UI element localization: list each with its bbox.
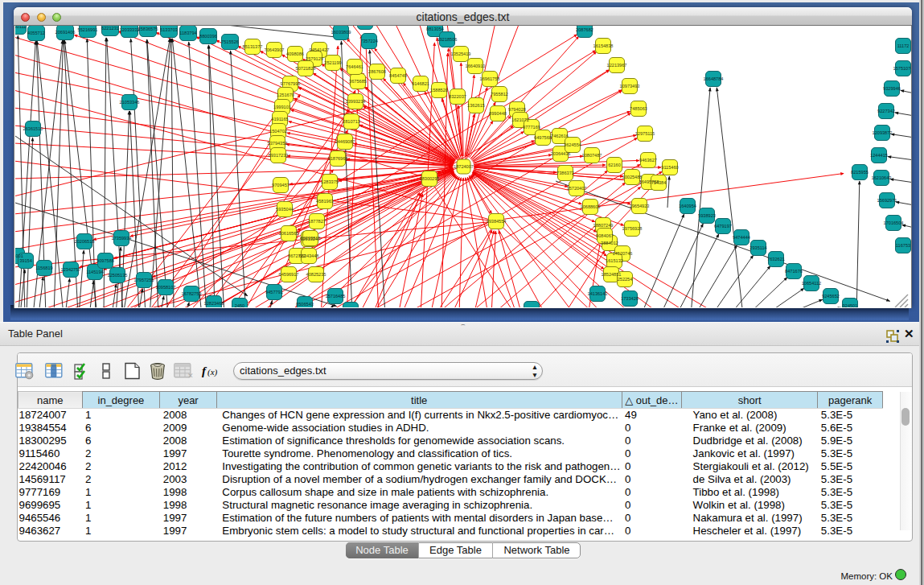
svg-text:55216991: 55216991 bbox=[78, 27, 98, 32]
svg-text:16154838: 16154838 bbox=[593, 43, 614, 48]
svg-text:3624554: 3624554 bbox=[564, 142, 581, 147]
svg-text:15720407: 15720407 bbox=[567, 186, 587, 191]
svg-text:924501: 924501 bbox=[843, 303, 858, 307]
svg-text:17359934: 17359934 bbox=[112, 236, 132, 241]
svg-text:8322037: 8322037 bbox=[449, 94, 466, 99]
svg-text:9245652: 9245652 bbox=[822, 294, 840, 299]
svg-text:12213967: 12213967 bbox=[607, 63, 627, 68]
svg-text:1877827: 1877827 bbox=[308, 219, 326, 224]
svg-text:4330111: 4330111 bbox=[15, 26, 26, 29]
svg-text:94541427: 94541427 bbox=[310, 47, 330, 52]
svg-text:16782759: 16782759 bbox=[182, 291, 202, 296]
svg-text:13525419: 13525419 bbox=[451, 51, 471, 56]
svg-text:19654923: 19654923 bbox=[630, 204, 650, 208]
svg-text:3884012: 3884012 bbox=[601, 241, 618, 245]
svg-text:15716485: 15716485 bbox=[326, 294, 346, 299]
svg-text:9794028: 9794028 bbox=[508, 107, 526, 112]
svg-text:10654112: 10654112 bbox=[802, 281, 821, 286]
svg-text:6497568: 6497568 bbox=[534, 135, 552, 140]
svg-text:13993234: 13993234 bbox=[346, 99, 366, 104]
svg-text:15692971: 15692971 bbox=[877, 198, 897, 203]
svg-text:64596917: 64596917 bbox=[279, 272, 299, 277]
svg-text:6479197: 6479197 bbox=[714, 224, 732, 229]
svg-text:16210643: 16210643 bbox=[872, 175, 892, 180]
svg-text:5938923: 5938923 bbox=[698, 213, 716, 218]
svg-text:7515526: 7515526 bbox=[221, 39, 239, 44]
svg-text:9097588: 9097588 bbox=[97, 258, 114, 263]
svg-text:61876968: 61876968 bbox=[328, 156, 348, 161]
svg-text:1733426: 1733426 bbox=[621, 296, 639, 301]
svg-text:9709457: 9709457 bbox=[272, 183, 290, 187]
svg-text:96397981: 96397981 bbox=[522, 307, 542, 307]
svg-text:10958107: 10958107 bbox=[156, 285, 176, 290]
svg-text:19756928: 19756928 bbox=[622, 226, 643, 231]
svg-text:12823468: 12823468 bbox=[204, 301, 224, 306]
svg-text:19218506: 19218506 bbox=[437, 37, 458, 42]
svg-text:16033809: 16033809 bbox=[331, 30, 351, 35]
svg-text:6221231: 6221231 bbox=[101, 26, 119, 31]
svg-text:12033332: 12033332 bbox=[120, 27, 140, 32]
svg-text:16961758: 16961758 bbox=[480, 76, 500, 81]
svg-text:62160: 62160 bbox=[608, 163, 621, 167]
svg-text:1244415: 1244415 bbox=[870, 153, 888, 158]
svg-text:2087682: 2087682 bbox=[576, 27, 593, 32]
svg-text:11172: 11172 bbox=[897, 43, 910, 48]
svg-text:2450: 2450 bbox=[235, 303, 244, 307]
svg-text:20364436: 20364436 bbox=[551, 151, 571, 156]
svg-text:1504702: 1504702 bbox=[269, 129, 287, 134]
svg-text:7386372: 7386372 bbox=[556, 171, 574, 175]
svg-text:1615132: 1615132 bbox=[606, 258, 623, 263]
svg-text:18300295: 18300295 bbox=[420, 176, 440, 181]
svg-text:12975115: 12975115 bbox=[635, 131, 655, 136]
svg-text:39154: 39154 bbox=[19, 258, 32, 263]
svg-text:3675685: 3675685 bbox=[349, 79, 367, 84]
svg-text:1145194: 1145194 bbox=[86, 270, 103, 274]
svg-text:97767996: 97767996 bbox=[281, 81, 301, 86]
svg-text:7646461: 7646461 bbox=[346, 64, 363, 69]
svg-text:7632621: 7632621 bbox=[767, 257, 785, 262]
svg-text:9463627: 9463627 bbox=[639, 158, 657, 163]
svg-text:15751074: 15751074 bbox=[893, 66, 912, 71]
svg-text:8990448: 8990448 bbox=[489, 111, 507, 116]
svg-text:252254: 252254 bbox=[618, 277, 633, 282]
svg-text:26361510: 26361510 bbox=[23, 126, 43, 131]
svg-text:7357224: 7357224 bbox=[360, 39, 378, 43]
svg-text:14120746: 14120746 bbox=[613, 251, 633, 256]
svg-text:10807487: 10807487 bbox=[582, 153, 602, 158]
svg-text:(x): (x) bbox=[207, 367, 218, 377]
svg-text:18724007: 18724007 bbox=[454, 164, 474, 169]
svg-text:1588520: 1588520 bbox=[430, 88, 448, 93]
svg-text:✕: ✕ bbox=[187, 372, 193, 380]
svg-text:1183794: 1183794 bbox=[179, 31, 196, 35]
svg-text:10973493: 10973493 bbox=[620, 84, 640, 89]
svg-text:116753: 116753 bbox=[896, 243, 910, 248]
svg-text:754384: 754384 bbox=[651, 180, 667, 185]
svg-text:17016504: 17016504 bbox=[884, 220, 904, 225]
svg-text:50721828: 50721828 bbox=[296, 66, 316, 71]
svg-text:9457791: 9457791 bbox=[265, 290, 283, 295]
svg-text:1999101: 1999101 bbox=[273, 105, 291, 109]
svg-text:8471676: 8471676 bbox=[785, 269, 803, 274]
svg-text:8800396: 8800396 bbox=[199, 34, 217, 39]
svg-text:8454749: 8454749 bbox=[389, 73, 407, 78]
svg-text:2521199: 2521199 bbox=[324, 60, 341, 65]
svg-text:85131377: 85131377 bbox=[243, 44, 263, 49]
svg-text:12505135: 12505135 bbox=[108, 273, 128, 278]
svg-text:9084067: 9084067 bbox=[596, 233, 614, 238]
svg-text:14136141: 14136141 bbox=[588, 291, 608, 296]
svg-text:10688609: 10688609 bbox=[581, 204, 601, 209]
svg-text:12342757: 12342757 bbox=[61, 267, 81, 272]
svg-text:9115460: 9115460 bbox=[661, 165, 678, 170]
svg-text:53794352: 53794352 bbox=[268, 141, 288, 146]
svg-text:2810713: 2810713 bbox=[343, 119, 360, 124]
svg-text:4098086: 4098086 bbox=[286, 51, 304, 56]
svg-text:2579129: 2579129 bbox=[306, 56, 323, 61]
svg-text:70643907: 70643907 bbox=[265, 47, 285, 52]
svg-text:17957255: 17957255 bbox=[134, 278, 154, 282]
svg-text:2867608: 2867608 bbox=[368, 69, 386, 74]
svg-text:12093872: 12093872 bbox=[873, 130, 893, 135]
svg-text:5133703: 5133703 bbox=[160, 27, 178, 32]
svg-text:8813054: 8813054 bbox=[426, 27, 444, 31]
svg-text:4055712: 4055712 bbox=[27, 31, 45, 35]
svg-text:1362615: 1362615 bbox=[467, 103, 485, 108]
